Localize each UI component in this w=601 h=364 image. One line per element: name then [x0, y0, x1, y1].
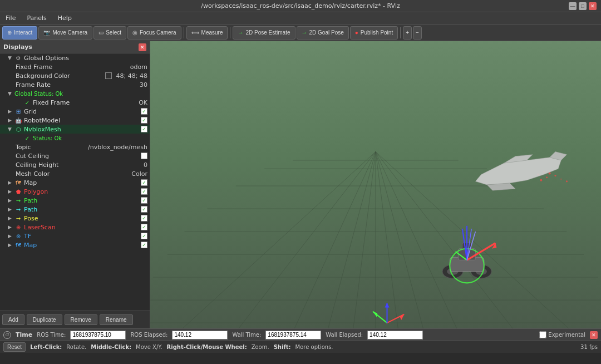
cut-ceiling-row[interactable]: Cut Ceiling — [0, 151, 150, 160]
goal-pose-button[interactable]: → 2D Goal Pose — [297, 26, 349, 40]
map-row[interactable]: ▶ 🗺 Map — [0, 178, 150, 187]
expand-icon: ▶ — [8, 189, 13, 194]
pose-icon: → — [14, 214, 22, 222]
measure-button[interactable]: ⟺ Measure — [186, 26, 228, 40]
map-icon: 🗺 — [14, 179, 22, 186]
nvblox-mesh-checkbox[interactable] — [141, 126, 147, 132]
timebar-close-button[interactable]: ✕ — [590, 331, 598, 339]
displays-close-button[interactable]: ✕ — [139, 43, 146, 51]
cut-ceiling-checkbox[interactable] — [141, 153, 147, 159]
map-checkbox[interactable] — [141, 179, 147, 186]
fixed-frame-row[interactable]: Fixed Frame odom — [0, 62, 150, 71]
svg-point-27 — [560, 179, 561, 180]
grid-checkbox[interactable] — [141, 108, 147, 115]
laser-scan-checkbox[interactable] — [141, 224, 147, 230]
interact-button[interactable]: ⊕ Interact — [2, 26, 37, 40]
add-button[interactable]: Add — [2, 314, 24, 325]
pose-estimate-button[interactable]: → 2D Pose Estimate — [233, 26, 295, 40]
viewport-3d[interactable]: ⋮ — [150, 41, 601, 328]
menu-file[interactable]: File — [2, 13, 19, 23]
shift-label: Shift: — [274, 344, 291, 350]
global-status-ff-row[interactable]: ✓ Fixed Frame OK — [0, 98, 150, 107]
tf-checkbox[interactable] — [141, 233, 147, 239]
displays-header: Displays ✕ — [0, 41, 150, 53]
ceiling-height-row[interactable]: Ceiling Height 0 — [0, 160, 150, 169]
menu-panels[interactable]: Panels — [23, 13, 50, 23]
nvblox-mesh-row[interactable]: ▼ ⬡ NvbloxMesh — [0, 125, 150, 134]
maximize-button[interactable]: □ — [579, 2, 587, 10]
robot-model-checkbox[interactable] — [141, 117, 147, 124]
topic-row[interactable]: Topic /nvblox_node/mesh — [0, 142, 150, 151]
ros-elapsed-input[interactable] — [172, 331, 228, 340]
global-options-row[interactable]: ▼ ⚙ Global Options — [0, 53, 150, 62]
fixed-frame-value: odom — [130, 63, 147, 71]
grid-row[interactable]: ▶ ⊞ Grid — [0, 107, 150, 116]
experimental-checkbox-area[interactable]: Experimental — [539, 331, 585, 338]
reset-button[interactable]: Reset — [3, 342, 26, 352]
pose-row[interactable]: ▶ → Pose — [0, 214, 150, 223]
pose-checkbox[interactable] — [141, 215, 147, 222]
laser-scan-row[interactable]: ▶ ⊕ LaserScan — [0, 223, 150, 232]
duplicate-button[interactable]: Duplicate — [27, 314, 62, 325]
path1-icon: → — [14, 196, 22, 204]
ros-time-input[interactable] — [70, 331, 126, 340]
minimize-button[interactable]: — — [569, 2, 577, 10]
path1-label: Path — [24, 197, 139, 204]
menubar: File Panels Help — [0, 12, 601, 24]
extra-button[interactable]: + — [403, 26, 412, 40]
path2-row[interactable]: ▶ → Path — [0, 205, 150, 214]
move-camera-button[interactable]: 📷 Move Camera — [38, 26, 92, 40]
select-icon: ▭ — [98, 29, 104, 36]
path1-row[interactable]: ▶ → Path — [0, 196, 150, 205]
fps-display: 31 fps — [580, 344, 598, 350]
ceiling-height-value: 0 — [144, 161, 147, 169]
polygon-checkbox[interactable] — [141, 188, 147, 195]
polygon-row[interactable]: ▶ ⬟ Polygon — [0, 187, 150, 196]
bg-color-row[interactable]: Background Color 48; 48; 48 — [0, 71, 150, 80]
path1-checkbox[interactable] — [141, 197, 147, 204]
expand-icon: ▶ — [8, 117, 13, 123]
map2-row[interactable]: ▶ 🗺 Map — [0, 240, 150, 249]
cut-ceiling-label: Cut Ceiling — [16, 153, 139, 160]
interact-icon: ⊕ — [7, 29, 12, 36]
robot-model-row[interactable]: ▶ 🤖 RobotModel — [0, 116, 150, 125]
window-title: /workspaces/isaac_ros-dev/src/isaac_demo… — [201, 2, 400, 9]
laser-icon: ⊕ — [14, 223, 22, 231]
laser-scan-label: LaserScan — [24, 224, 139, 231]
nvblox-status-row[interactable]: ✓ Status: Ok — [0, 134, 150, 142]
time-title: Time — [16, 331, 32, 338]
timebar: ⏱ Time ROS Time: ROS Elapsed: Wall Time:… — [0, 328, 601, 341]
remove-button[interactable]: Remove — [65, 314, 97, 325]
tree-empty-space — [0, 249, 150, 294]
pose-estimate-icon: → — [238, 29, 243, 36]
close-button[interactable]: ✕ — [589, 2, 597, 10]
wall-elapsed-input[interactable] — [367, 331, 423, 340]
global-status-row[interactable]: ▼ Global Status: Ok — [0, 89, 150, 98]
robot-icon: 🤖 — [14, 116, 22, 124]
grid-label: Grid — [24, 108, 139, 115]
map2-checkbox[interactable] — [141, 242, 147, 248]
focus-camera-button[interactable]: ◎ Focus Camera — [127, 26, 181, 40]
displays-title: Displays — [3, 43, 32, 51]
tf-row[interactable]: ▶ ⊛ TF — [0, 232, 150, 240]
publish-icon: ● — [355, 29, 358, 36]
mesh-icon: ⬡ — [14, 125, 22, 133]
topic-label: Topic — [16, 144, 86, 151]
expand-icon: ▶ — [8, 206, 13, 212]
select-button[interactable]: ▭ Select — [93, 26, 126, 40]
path2-checkbox[interactable] — [141, 206, 147, 213]
minus-button[interactable]: − — [413, 26, 422, 40]
mesh-color-row[interactable]: Mesh Color Color — [0, 169, 150, 178]
map-label: Map — [24, 179, 139, 186]
rename-button[interactable]: Rename — [100, 314, 133, 325]
wall-elapsed-label: Wall Elapsed: — [326, 332, 363, 338]
menu-help[interactable]: Help — [55, 13, 75, 23]
experimental-checkbox[interactable] — [539, 331, 546, 338]
frame-rate-row[interactable]: Frame Rate 30 — [0, 80, 150, 89]
interact-label: Interact — [14, 29, 32, 36]
expand-icon: ▼ — [8, 91, 13, 96]
publish-point-button[interactable]: ● Publish Point — [350, 26, 398, 40]
wall-time-input[interactable] — [265, 331, 321, 340]
expand-icon: ▶ — [8, 215, 13, 221]
toolbar-separator-2 — [230, 27, 230, 38]
